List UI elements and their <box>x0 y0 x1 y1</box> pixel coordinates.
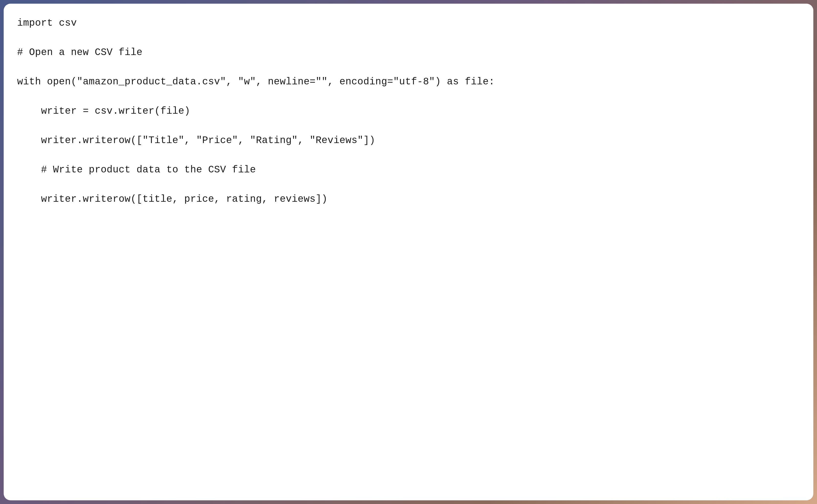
code-line-writerow-data: writer.writerow([title, price, rating, r… <box>17 194 328 205</box>
code-line-import: import csv <box>17 18 77 29</box>
code-line-writerow-header: writer.writerow(["Title", "Price", "Rati… <box>17 135 375 146</box>
code-line-with-open: with open("amazon_product_data.csv", "w"… <box>17 76 495 87</box>
code-line-writer-assign: writer = csv.writer(file) <box>17 106 190 117</box>
code-line-comment-write: # Write product data to the CSV file <box>17 164 256 175</box>
code-line-comment-open: # Open a new CSV file <box>17 47 142 58</box>
code-block-container: import csv # Open a new CSV file with op… <box>4 4 813 500</box>
code-content: import csv # Open a new CSV file with op… <box>17 16 800 207</box>
